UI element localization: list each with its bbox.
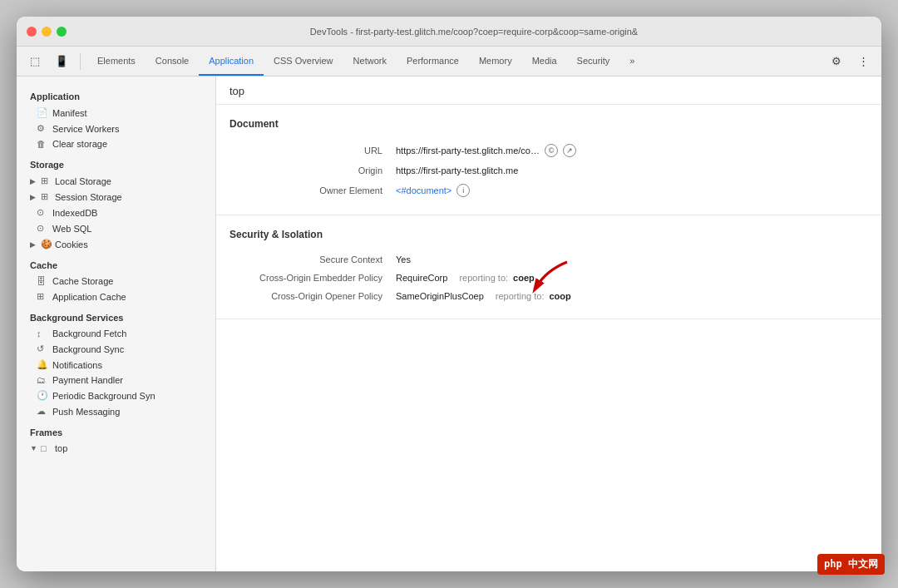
window-title: DevTools - first-party-test.glitch.me/co… bbox=[76, 27, 871, 37]
sidebar-item-label: Service Workers bbox=[52, 124, 119, 134]
manifest-icon: 📄 bbox=[37, 107, 48, 118]
sidebar-item-label: Notifications bbox=[52, 360, 102, 370]
payment-handler-icon: 🗂 bbox=[37, 375, 48, 385]
coop-reporting-value: coop bbox=[549, 291, 570, 301]
settings-button[interactable]: ⚙ bbox=[825, 52, 848, 72]
owner-element-link[interactable]: <#document> bbox=[396, 185, 451, 195]
sidebar-item-label: Background Fetch bbox=[52, 329, 126, 338]
tab-elements[interactable]: Elements bbox=[87, 47, 146, 76]
sidebar-item-service-workers[interactable]: ⚙ Service Workers bbox=[17, 121, 215, 136]
url-field-row: URL https://first-party-test.glitch.me/c… bbox=[216, 140, 881, 161]
device-toolbar-button[interactable]: 📱 bbox=[50, 52, 73, 72]
background-fetch-icon: ↕ bbox=[37, 329, 48, 338]
coep-text: RequireCorp bbox=[396, 273, 447, 283]
toolbar-right: ⚙ ⋮ bbox=[825, 52, 875, 72]
arrow-icon: ▶ bbox=[30, 240, 38, 249]
tab-network[interactable]: Network bbox=[343, 47, 397, 76]
coop-label: Cross-Origin Opener Policy bbox=[229, 291, 396, 301]
tab-application[interactable]: Application bbox=[199, 47, 264, 76]
sidebar-section-application: Application bbox=[17, 83, 215, 105]
tab-console[interactable]: Console bbox=[146, 47, 199, 76]
sidebar-item-label: top bbox=[55, 443, 67, 453]
security-isolation-section: Security & Isolation Secure Context Yes … bbox=[216, 215, 881, 319]
sidebar: Application 📄 Manifest ⚙ Service Workers… bbox=[17, 77, 216, 571]
sidebar-item-label: Application Cache bbox=[52, 292, 126, 302]
sidebar-item-label: Background Sync bbox=[52, 344, 124, 354]
sidebar-item-cache-storage[interactable]: 🗄 Cache Storage bbox=[17, 274, 215, 289]
origin-text: https://first-party-test.glitch.me bbox=[396, 166, 518, 175]
owner-element-value: <#document> i bbox=[396, 184, 470, 197]
sidebar-item-clear-storage[interactable]: 🗑 Clear storage bbox=[17, 136, 215, 151]
cache-storage-icon: 🗄 bbox=[37, 276, 48, 286]
main-content: Application 📄 Manifest ⚙ Service Workers… bbox=[17, 77, 881, 571]
open-link-icon[interactable]: ↗ bbox=[563, 144, 576, 157]
origin-value: https://first-party-test.glitch.me bbox=[396, 166, 518, 175]
toolbar-separator-1 bbox=[80, 53, 81, 70]
sidebar-item-session-storage[interactable]: ▶ ⊞ Session Storage bbox=[17, 189, 215, 205]
toolbar-tabs: Elements Console Application CSS Overvie… bbox=[87, 47, 644, 76]
toolbar: ⬚ 📱 Elements Console Application CSS Ove… bbox=[17, 47, 881, 77]
sidebar-item-label: Push Messaging bbox=[52, 407, 120, 417]
session-storage-icon: ⊞ bbox=[41, 191, 52, 202]
sidebar-item-label: Clear storage bbox=[52, 139, 107, 149]
sidebar-item-top-frame[interactable]: ▼ □ top bbox=[17, 441, 215, 456]
background-sync-icon: ↺ bbox=[37, 343, 48, 354]
inspect-tool-button[interactable]: ⬚ bbox=[23, 52, 47, 72]
sidebar-item-periodic-background-sync[interactable]: 🕐 Periodic Background Syn bbox=[17, 388, 215, 403]
info-icon[interactable]: i bbox=[456, 184, 470, 197]
security-section-title: Security & Isolation bbox=[216, 229, 881, 250]
sidebar-item-web-sql[interactable]: ⊙ Web SQL bbox=[17, 220, 215, 236]
sidebar-item-payment-handler[interactable]: 🗂 Payment Handler bbox=[17, 373, 215, 388]
origin-field-row: Origin https://first-party-test.glitch.m… bbox=[216, 161, 881, 180]
tab-css-overview[interactable]: CSS Overview bbox=[264, 47, 343, 76]
secure-context-text: Yes bbox=[396, 254, 411, 264]
secure-context-field-row: Secure Context Yes bbox=[216, 250, 881, 269]
sidebar-item-label: Web SQL bbox=[52, 224, 92, 234]
minimize-button[interactable] bbox=[42, 27, 52, 37]
coep-label: Cross-Origin Embedder Policy bbox=[229, 273, 396, 283]
notifications-icon: 🔔 bbox=[37, 359, 48, 370]
indexed-db-icon: ⊙ bbox=[37, 207, 48, 218]
devtools-window: DevTools - first-party-test.glitch.me/co… bbox=[17, 17, 881, 571]
close-button[interactable] bbox=[27, 27, 37, 37]
maximize-button[interactable] bbox=[57, 27, 67, 37]
sidebar-item-background-fetch[interactable]: ↕ Background Fetch bbox=[17, 326, 215, 341]
top-frame-icon: □ bbox=[41, 443, 52, 453]
sidebar-item-indexed-db[interactable]: ⊙ IndexedDB bbox=[17, 205, 215, 220]
application-cache-icon: ⊞ bbox=[37, 291, 48, 302]
sidebar-section-storage: Storage bbox=[17, 151, 215, 173]
arrow-icon: ▶ bbox=[30, 193, 38, 201]
arrow-icon: ▶ bbox=[30, 177, 38, 185]
sidebar-item-push-messaging[interactable]: ☁ Push Messaging bbox=[17, 403, 215, 419]
sidebar-item-background-sync[interactable]: ↺ Background Sync bbox=[17, 341, 215, 357]
copy-icon[interactable]: © bbox=[545, 144, 558, 157]
tab-performance[interactable]: Performance bbox=[397, 47, 469, 76]
sidebar-section-background-services: Background Services bbox=[17, 304, 215, 326]
sidebar-item-cookies[interactable]: ▶ 🍪 Cookies bbox=[17, 236, 215, 252]
tab-more[interactable]: » bbox=[619, 47, 644, 76]
sidebar-item-local-storage[interactable]: ▶ ⊞ Local Storage bbox=[17, 173, 215, 189]
more-options-button[interactable]: ⋮ bbox=[851, 52, 875, 72]
sidebar-item-application-cache[interactable]: ⊞ Application Cache bbox=[17, 289, 215, 304]
tab-security[interactable]: Security bbox=[567, 47, 620, 76]
clear-storage-icon: 🗑 bbox=[37, 139, 48, 149]
tab-media[interactable]: Media bbox=[522, 47, 567, 76]
sidebar-item-manifest[interactable]: 📄 Manifest bbox=[17, 105, 215, 121]
sidebar-item-label: Manifest bbox=[52, 108, 87, 118]
traffic-lights bbox=[27, 27, 67, 37]
document-section-title: Document bbox=[216, 118, 881, 140]
sidebar-item-label: Cache Storage bbox=[52, 276, 113, 286]
coep-field-row: Cross-Origin Embedder Policy RequireCorp… bbox=[216, 269, 881, 287]
coop-field-row: Cross-Origin Opener Policy SameOriginPlu… bbox=[216, 287, 881, 305]
sidebar-item-label: Payment Handler bbox=[52, 375, 123, 385]
web-sql-icon: ⊙ bbox=[37, 223, 48, 234]
owner-element-field-row: Owner Element <#document> i bbox=[216, 180, 881, 201]
periodic-background-sync-icon: 🕐 bbox=[37, 390, 48, 401]
coep-value: RequireCorp reporting to: coep bbox=[396, 273, 535, 283]
right-panel: top Document URL https://first-party-tes… bbox=[216, 77, 881, 571]
tab-memory[interactable]: Memory bbox=[469, 47, 522, 76]
panel-title: top bbox=[216, 77, 881, 105]
coep-reporting-label: reporting to: bbox=[459, 273, 508, 283]
sidebar-item-notifications[interactable]: 🔔 Notifications bbox=[17, 357, 215, 373]
cookies-icon: 🍪 bbox=[41, 239, 52, 250]
